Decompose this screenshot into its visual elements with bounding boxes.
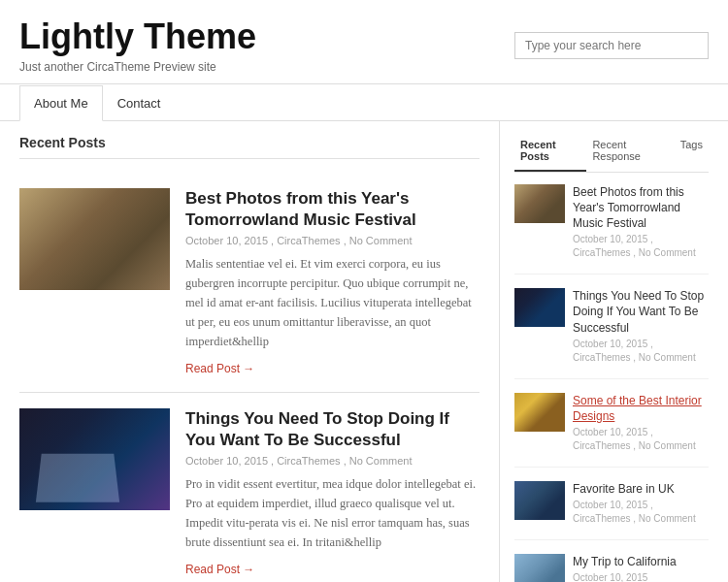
sidebar-post-meta: October 10, 2015 , CircaThemes , No Comm… xyxy=(573,233,709,260)
post-excerpt: Malis sententiae vel ei. Et vim exerci c… xyxy=(185,254,480,351)
post-excerpt: Pro in vidit essent evertitur, mea idque… xyxy=(185,474,480,552)
site-branding: Lightly Theme Just another CircaTheme Pr… xyxy=(19,17,256,74)
sidebar-post-title-highlighted[interactable]: Some of the Best Interior Designs xyxy=(573,393,709,424)
sidebar-post-meta: October 10, 2015 , CircaThemes , No Comm… xyxy=(573,338,709,365)
sidebar-post-item: Favorite Bare in UK October 10, 2015 , C… xyxy=(514,481,709,540)
post-item: Best Photos from this Year's Tomorrowlan… xyxy=(19,173,480,393)
post-meta: October 10, 2015 , CircaThemes , No Comm… xyxy=(185,455,480,467)
sidebar-post-thumbnail xyxy=(514,288,565,327)
post-thumbnail xyxy=(19,408,170,510)
sidebar-post-meta: October 10, 2015 , CircaThemes , No Comm… xyxy=(573,426,709,453)
nav-item-contact[interactable]: Contact xyxy=(103,85,176,121)
read-more-link[interactable]: Read Post → xyxy=(185,563,254,576)
post-title[interactable]: Things You Need To Stop Doing If You Wan… xyxy=(185,408,480,451)
search-input[interactable] xyxy=(514,32,709,59)
sidebar-post-info: Beet Photos from this Year's Tomorrowlan… xyxy=(573,184,709,261)
post-body: Best Photos from this Year's Tomorrowlan… xyxy=(185,188,480,376)
sidebar-post-item: Things You Need To Stop Doing If You Wan… xyxy=(514,288,709,379)
recent-posts-title: Recent Posts xyxy=(19,121,480,159)
sidebar-post-item: Beet Photos from this Year's Tomorrowlan… xyxy=(514,184,709,275)
sidebar-post-info: My Trip to California October 10, 2015 xyxy=(573,554,709,582)
site-title: Lightly Theme xyxy=(19,17,256,56)
sidebar-post-info: Favorite Bare in UK October 10, 2015 , C… xyxy=(573,481,709,526)
sidebar-post-meta: October 10, 2015 xyxy=(573,571,709,582)
sidebar-post-title[interactable]: Favorite Bare in UK xyxy=(573,481,709,497)
post-meta: October 10, 2015 , CircaThemes , No Comm… xyxy=(185,235,480,246)
sidebar-post-info: Some of the Best Interior Designs Octobe… xyxy=(573,393,709,453)
site-header: Lightly Theme Just another CircaTheme Pr… xyxy=(0,0,728,84)
sidebar-post-title[interactable]: Beet Photos from this Year's Tomorrowlan… xyxy=(573,184,709,232)
site-tagline: Just another CircaTheme Preview site xyxy=(19,60,256,74)
sidebar-post-title[interactable]: Things You Need To Stop Doing If You Wan… xyxy=(573,288,709,336)
sidebar-tabs: Recent Posts Recent Response Tags xyxy=(514,121,709,173)
read-more-link[interactable]: Read Post → xyxy=(185,362,254,375)
site-nav: About Me Contact xyxy=(0,84,728,121)
sidebar-tab-recent-response[interactable]: Recent Response xyxy=(586,135,674,172)
post-thumbnail xyxy=(19,188,170,290)
sidebar-post-info: Things You Need To Stop Doing If You Wan… xyxy=(573,288,709,365)
sidebar-post-item: My Trip to California October 10, 2015 xyxy=(514,554,709,582)
sidebar-post-thumbnail xyxy=(514,184,565,223)
post-body: Things You Need To Stop Doing If You Wan… xyxy=(185,408,480,577)
sidebar: Recent Posts Recent Response Tags Beet P… xyxy=(500,121,709,582)
post-item: Things You Need To Stop Doing If You Wan… xyxy=(19,393,480,582)
nav-item-about[interactable]: About Me xyxy=(19,85,103,121)
sidebar-post-title[interactable]: My Trip to California xyxy=(573,554,709,569)
site-content: Recent Posts Best Photos from this Year'… xyxy=(0,121,728,582)
post-title[interactable]: Best Photos from this Year's Tomorrowlan… xyxy=(185,188,480,231)
sidebar-tab-recent-posts[interactable]: Recent Posts xyxy=(514,135,586,172)
sidebar-post-thumbnail xyxy=(514,554,565,582)
sidebar-post-thumbnail xyxy=(514,481,565,520)
sidebar-tab-tags[interactable]: Tags xyxy=(675,135,709,172)
sidebar-post-item: Some of the Best Interior Designs Octobe… xyxy=(514,393,709,468)
sidebar-post-thumbnail xyxy=(514,393,565,432)
sidebar-post-meta: October 10, 2015 , CircaThemes , No Comm… xyxy=(573,499,709,526)
main-content: Recent Posts Best Photos from this Year'… xyxy=(19,121,500,582)
